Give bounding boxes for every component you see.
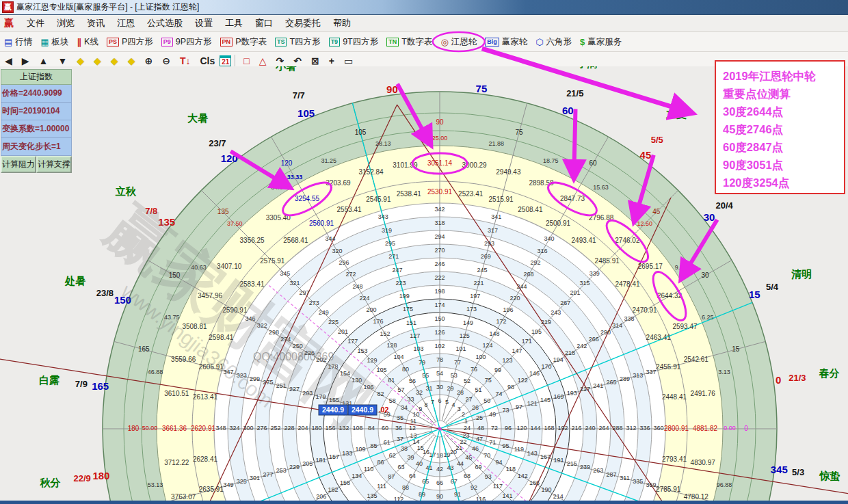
p-number-table-icon: PN: [220, 38, 233, 47]
svg-text:338: 338: [624, 315, 635, 322]
quotes-icon: ▤: [4, 37, 12, 47]
tool-triangle-tool[interactable]: △: [254, 55, 271, 67]
tool-expand-up[interactable]: ▲: [34, 55, 53, 67]
tool-step-left[interactable]: ◆: [72, 55, 89, 67]
menu-item-2[interactable]: 资讯: [81, 15, 111, 31]
toolbar-button-sectors[interactable]: ▦板块: [36, 34, 72, 50]
svg-text:0: 0: [776, 374, 781, 386]
tool-square-tool[interactable]: □: [239, 55, 254, 67]
svg-text:13: 13: [410, 432, 416, 439]
svg-text:17: 17: [429, 451, 436, 458]
toolbar-button-t-square[interactable]: TST四方形: [271, 34, 325, 50]
menu-item-7[interactable]: 窗口: [249, 15, 279, 31]
svg-text:2575.91: 2575.91: [260, 257, 285, 265]
menu-item-9[interactable]: 帮助: [327, 15, 357, 31]
menu-item-6[interactable]: 工具: [219, 15, 249, 31]
svg-text:27: 27: [465, 396, 472, 403]
sectors-icon: ▦: [40, 37, 49, 47]
menu-item-0[interactable]: 文件: [21, 15, 51, 31]
tool-back[interactable]: ◀: [0, 55, 17, 67]
toolbar-button-kline[interactable]: ∥K线: [73, 34, 103, 50]
toolbar-button-quotes[interactable]: ▤行情: [0, 34, 36, 50]
toolbar-button-gann-wheel[interactable]: ◎江恩轮: [436, 34, 481, 50]
svg-text:201: 201: [338, 328, 348, 335]
tool-calendar[interactable]: 21: [220, 55, 231, 66]
svg-text:42: 42: [436, 466, 443, 473]
svg-text:20/4: 20/4: [715, 200, 733, 211]
svg-text:26: 26: [472, 404, 479, 411]
toolbar-label: P四方形: [122, 36, 153, 48]
svg-text:78: 78: [436, 356, 443, 363]
toolbar-label: 行情: [15, 36, 32, 48]
toolbar-button-winner-service[interactable]: $赢家服务: [576, 34, 626, 50]
svg-text:349: 349: [223, 481, 233, 488]
annotation-line-1: 重要点位测算: [723, 85, 840, 103]
tool-step-up[interactable]: ◆: [106, 55, 123, 67]
svg-text:314: 314: [612, 322, 622, 329]
svg-text:174: 174: [434, 302, 445, 308]
svg-text:223: 223: [396, 280, 406, 287]
tool-rotate-ccw[interactable]: ↶: [289, 55, 306, 67]
tool-boxed-x[interactable]: ⊠: [306, 55, 324, 67]
svg-text:6: 6: [438, 397, 441, 404]
svg-text:51: 51: [475, 386, 482, 393]
tool-rotate-cw[interactable]: ↷: [271, 55, 289, 67]
svg-text:4780.12: 4780.12: [684, 493, 709, 501]
svg-text:224: 224: [359, 295, 369, 302]
svg-text:292: 292: [530, 259, 540, 266]
svg-text:321: 321: [289, 280, 300, 287]
p-square-icon: PS: [107, 38, 119, 47]
svg-text:60: 60: [382, 425, 388, 432]
price-marker-cells: 2440.92440.9.02: [319, 405, 388, 415]
tool-zoom-out[interactable]: ⊖: [157, 55, 175, 67]
menu-item-5[interactable]: 设置: [189, 15, 219, 31]
menu-item-1[interactable]: 浏览: [51, 15, 81, 31]
svg-text:182: 182: [328, 486, 339, 493]
svg-text:313: 313: [633, 372, 643, 379]
svg-text:4830.97: 4830.97: [691, 459, 716, 466]
svg-text:171: 171: [522, 338, 532, 345]
tool-step-down[interactable]: ◆: [123, 55, 140, 67]
menu-item-3[interactable]: 江恩: [111, 15, 141, 31]
svg-text:2568.41: 2568.41: [283, 237, 308, 244]
toolbar-button-winner-wheel[interactable]: Big赢家轮: [481, 34, 531, 50]
svg-text:2560.91: 2560.91: [309, 220, 334, 227]
toolbar-button-9p-square[interactable]: P99P四方形: [157, 34, 216, 50]
svg-text:60: 60: [562, 105, 574, 116]
menu-item-8[interactable]: 交易委托: [279, 15, 327, 31]
tool-forward[interactable]: ▶: [17, 55, 34, 67]
toolbar-button-hexagon[interactable]: ⬡六角形: [531, 34, 576, 50]
svg-text:345: 345: [280, 270, 290, 277]
svg-text:265: 265: [607, 379, 617, 386]
svg-text:272: 272: [345, 271, 356, 278]
tool-cls[interactable]: Cls: [195, 55, 220, 67]
svg-text:90: 90: [436, 118, 444, 126]
svg-text:225: 225: [328, 319, 339, 326]
svg-text:小暑: 小暑: [275, 66, 296, 72]
toolbar-button-p-number-table[interactable]: PNP数字表: [216, 34, 271, 50]
svg-text:75: 75: [485, 377, 492, 384]
svg-text:118: 118: [506, 466, 516, 473]
tool-expand-down[interactable]: ▼: [53, 55, 72, 67]
toolbar-button-t-number-table[interactable]: TNT数字表: [382, 34, 436, 50]
annotation-line-0: 2019年江恩轮中轮: [723, 67, 840, 85]
tool-t-down[interactable]: T↓: [175, 55, 196, 67]
svg-text:62: 62: [389, 452, 396, 459]
toolbar-button-9t-square[interactable]: T99T四方形: [325, 34, 383, 50]
menu-item-4[interactable]: 公式选股: [141, 15, 189, 31]
toolbar-button-p-square[interactable]: PSP四方形: [103, 34, 157, 50]
tool-step-right[interactable]: ◆: [89, 55, 106, 67]
svg-text:47: 47: [476, 436, 483, 442]
svg-text:336: 336: [639, 425, 650, 432]
tool-zoom-in[interactable]: ⊕: [140, 55, 157, 67]
tool-screen-tool[interactable]: ▭: [339, 55, 358, 67]
svg-text:48: 48: [477, 425, 484, 432]
calc-support-button[interactable]: 计算支撑: [36, 156, 72, 173]
tool-resize-tool[interactable]: +: [324, 55, 339, 67]
svg-text:200: 200: [366, 306, 376, 313]
svg-text:167: 167: [540, 453, 551, 460]
svg-text:53.13: 53.13: [148, 481, 163, 488]
svg-text:43: 43: [447, 464, 453, 471]
svg-text:148: 148: [489, 330, 499, 337]
calc-resistance-button[interactable]: 计算阻力: [1, 156, 36, 173]
